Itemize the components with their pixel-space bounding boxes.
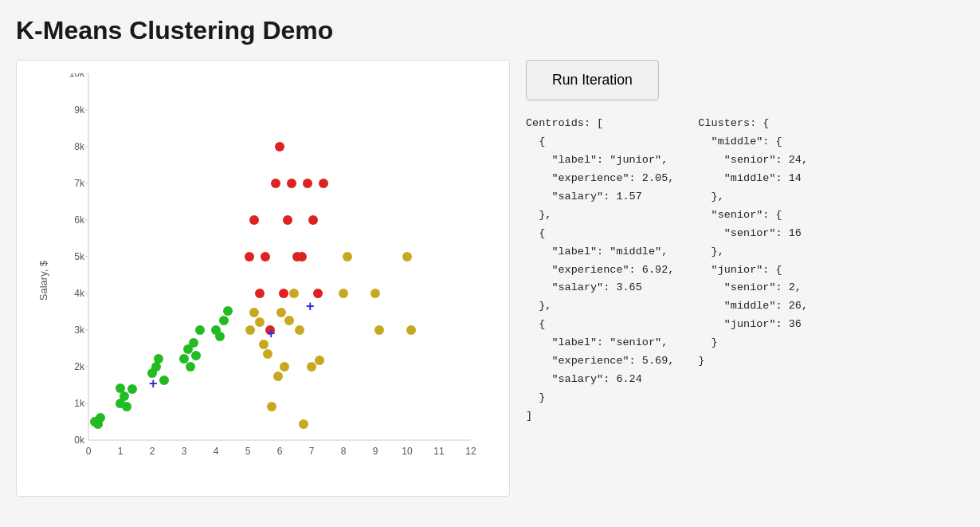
svg-text:2: 2 bbox=[150, 446, 155, 457]
svg-text:3: 3 bbox=[182, 446, 187, 457]
svg-point-51 bbox=[191, 351, 201, 360]
svg-point-76 bbox=[374, 325, 384, 335]
svg-text:0k: 0k bbox=[74, 435, 85, 446]
svg-point-94 bbox=[319, 179, 328, 188]
svg-point-66 bbox=[280, 362, 289, 372]
svg-text:+: + bbox=[306, 298, 315, 314]
page-title: K-Means Clustering Demo bbox=[16, 16, 964, 45]
svg-text:0: 0 bbox=[86, 446, 92, 457]
svg-text:10k: 10k bbox=[69, 73, 85, 79]
svg-text:7: 7 bbox=[309, 446, 315, 457]
svg-text:7k: 7k bbox=[74, 178, 85, 189]
chart-panel: Salary, $ 10k 9k 8k 7k 6k 5k bbox=[16, 60, 510, 497]
svg-point-73 bbox=[339, 289, 348, 298]
svg-point-56 bbox=[223, 306, 233, 316]
svg-point-69 bbox=[295, 325, 304, 335]
svg-point-63 bbox=[267, 402, 276, 411]
svg-point-72 bbox=[315, 356, 324, 365]
svg-point-47 bbox=[179, 354, 189, 364]
svg-point-87 bbox=[283, 215, 292, 225]
svg-text:4k: 4k bbox=[74, 288, 85, 299]
svg-point-55 bbox=[219, 316, 229, 325]
svg-text:12: 12 bbox=[465, 446, 476, 457]
main-container: Salary, $ 10k 9k 8k 7k 6k 5k bbox=[16, 60, 964, 497]
svg-point-46 bbox=[159, 376, 169, 385]
svg-point-68 bbox=[289, 289, 299, 298]
svg-point-90 bbox=[297, 252, 307, 262]
svg-point-93 bbox=[313, 289, 323, 298]
svg-point-60 bbox=[255, 317, 265, 327]
svg-point-80 bbox=[249, 215, 259, 225]
svg-point-84 bbox=[271, 179, 280, 188]
svg-text:10: 10 bbox=[402, 446, 413, 457]
svg-point-74 bbox=[343, 252, 352, 262]
y-axis-label: Salary, $ bbox=[37, 261, 49, 301]
chart-area: Salary, $ 10k 9k 8k 7k 6k 5k bbox=[25, 73, 487, 488]
svg-point-64 bbox=[273, 372, 283, 381]
svg-point-52 bbox=[195, 325, 205, 335]
svg-point-62 bbox=[263, 349, 272, 359]
svg-text:4: 4 bbox=[214, 446, 219, 457]
svg-point-75 bbox=[370, 289, 380, 298]
right-panel: Run Iteration Centroids: [ { "label": "j… bbox=[526, 60, 964, 426]
svg-text:+: + bbox=[267, 325, 276, 341]
svg-point-67 bbox=[284, 316, 294, 325]
svg-text:2k: 2k bbox=[74, 361, 85, 372]
centroids-block: Centroids: [ { "label": "junior", "exper… bbox=[526, 115, 674, 426]
svg-text:8k: 8k bbox=[74, 141, 85, 152]
svg-text:9k: 9k bbox=[74, 104, 85, 116]
svg-point-82 bbox=[261, 252, 270, 262]
svg-point-42 bbox=[127, 384, 137, 394]
svg-point-86 bbox=[279, 289, 288, 298]
svg-text:11: 11 bbox=[433, 446, 445, 457]
svg-text:8: 8 bbox=[341, 446, 347, 457]
svg-text:+: + bbox=[149, 376, 158, 391]
svg-point-79 bbox=[245, 252, 254, 262]
data-section: Centroids: [ { "label": "junior", "exper… bbox=[526, 115, 964, 426]
svg-point-71 bbox=[307, 362, 316, 372]
svg-point-49 bbox=[189, 338, 198, 348]
svg-point-59 bbox=[249, 308, 259, 317]
svg-point-54 bbox=[215, 332, 225, 341]
svg-text:1k: 1k bbox=[74, 398, 85, 409]
svg-point-91 bbox=[303, 179, 312, 188]
svg-point-88 bbox=[287, 179, 296, 188]
svg-point-50 bbox=[186, 362, 195, 372]
svg-point-38 bbox=[93, 419, 103, 429]
svg-text:9: 9 bbox=[373, 446, 378, 457]
run-iteration-button[interactable]: Run Iteration bbox=[526, 60, 659, 100]
svg-point-57 bbox=[116, 383, 125, 393]
svg-point-78 bbox=[406, 325, 416, 335]
svg-point-70 bbox=[299, 419, 308, 429]
clusters-block: Clusters: { "middle": { "senior": 24, "m… bbox=[698, 115, 808, 426]
svg-point-45 bbox=[154, 354, 163, 364]
svg-point-85 bbox=[275, 142, 284, 151]
svg-point-92 bbox=[308, 215, 318, 225]
svg-point-58 bbox=[245, 325, 255, 335]
svg-point-77 bbox=[402, 252, 412, 262]
svg-point-65 bbox=[276, 308, 286, 317]
svg-point-41 bbox=[122, 402, 131, 411]
svg-text:1: 1 bbox=[118, 446, 123, 457]
svg-point-81 bbox=[255, 289, 265, 298]
svg-text:6: 6 bbox=[277, 446, 283, 457]
scatter-plot: 10k 9k 8k 7k 6k 5k 4k 3k 2k 1k bbox=[57, 73, 479, 464]
svg-text:5: 5 bbox=[245, 446, 251, 457]
svg-text:5k: 5k bbox=[74, 251, 85, 262]
svg-text:6k: 6k bbox=[74, 214, 85, 226]
svg-text:3k: 3k bbox=[74, 324, 85, 336]
